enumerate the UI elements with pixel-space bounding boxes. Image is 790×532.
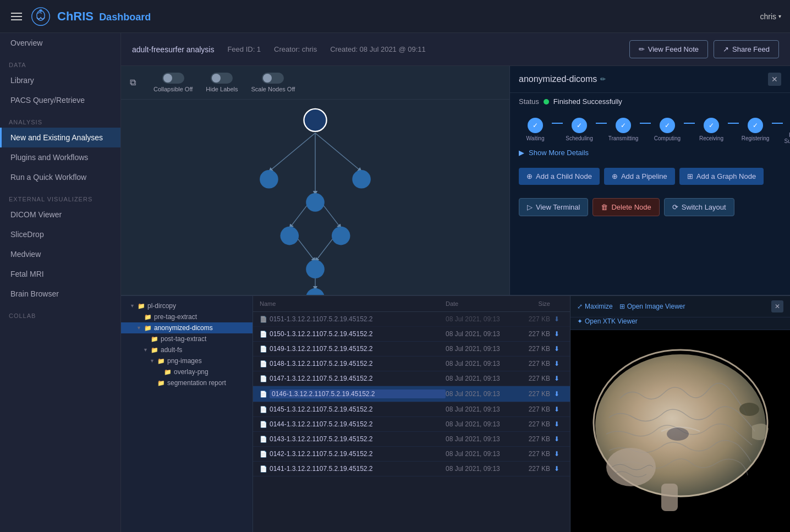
hide-labels-toggle[interactable] [211, 73, 233, 84]
pipeline-step-waiting: ✓ Waiting [519, 118, 552, 141]
view-feed-note-button[interactable]: ✏ View Feed Note [629, 40, 708, 58]
graph-panel: ⧉ Collapsible Off Hide Labels Scale Node… [121, 66, 509, 295]
copy-icon[interactable]: ⧉ [130, 78, 136, 87]
sidebar-item-pacs[interactable]: PACS Query/Retrieve [0, 90, 120, 110]
file-icon: 📄 [260, 345, 267, 353]
step-line [552, 123, 563, 124]
action-buttons-row1: ⊕ Add a Child Node ⊕ Add a Pipeline ⊞ Ad… [510, 161, 790, 191]
scale-nodes-label: Scale Nodes Off [251, 86, 295, 92]
app-name: ChRIS Dashboard [57, 9, 151, 24]
status-label: Status [519, 97, 539, 106]
terminal-icon: ▷ [527, 203, 533, 211]
folder-icon-selected: 📁 [144, 325, 152, 332]
expand-icon: ▼ [143, 347, 149, 353]
sidebar-item-medview[interactable]: Medview [0, 244, 120, 264]
open-xtk-viewer-button[interactable]: ✦ Open XTK Viewer [577, 317, 638, 325]
tree-item-pngimages[interactable]: ▼ 📁 png-images [121, 355, 253, 366]
tree-item-segmentation[interactable]: 📁 segmentation report [121, 377, 253, 388]
status-text: Finished Successfully [553, 97, 622, 106]
tree-item-pretagextract[interactable]: 📁 pre-tag-extract [121, 311, 253, 322]
file-icon: 📄 [260, 465, 267, 473]
sidebar-item-slicedrop[interactable]: SliceDrop [0, 224, 120, 244]
sidebar-item-analyses[interactable]: New and Existing Analyses [0, 128, 120, 147]
tree-item-pldircopy[interactable]: ▼ 📁 pl-dircopy [121, 300, 253, 311]
file-row[interactable]: 📄 0144-1.3.12.2.1107.5.2.19.45152.2 08 J… [253, 417, 570, 432]
file-row[interactable]: 📄 0142-1.3.12.2.1107.5.2.19.45152.2 08 J… [253, 447, 570, 462]
app-logo [31, 7, 51, 26]
sidebar-item-overview[interactable]: Overview [0, 33, 120, 53]
folder-icon: 📁 [151, 336, 158, 343]
download-icon[interactable]: ⬇ [550, 315, 563, 323]
maximize-button[interactable]: ⤢ Maximize [577, 303, 613, 310]
user-menu[interactable]: chris ▾ [760, 12, 781, 21]
file-row[interactable]: 📄 0149-1.3.12.2.1107.5.2.19.45152.2 08 J… [253, 342, 570, 357]
file-row[interactable]: 📄 0141-1.3.12.2.1107.5.2.19.45152.2 08 J… [253, 462, 570, 476]
download-icon[interactable]: ⬇ [550, 435, 563, 443]
file-row-partial[interactable]: 📄 0151-1.3.12.2.1107.5.2.19.45152.2 08 J… [253, 312, 570, 327]
folder-icon: 📁 [151, 347, 158, 354]
delete-node-button[interactable]: 🗑 Delete Node [592, 198, 659, 216]
viewer-toolbar-xtk: ✦ Open XTK Viewer [570, 317, 790, 330]
expand-icon [136, 314, 142, 320]
add-child-node-button[interactable]: ⊕ Add a Child Node [519, 168, 600, 185]
switch-icon: ⟳ [672, 203, 678, 211]
download-icon[interactable]: ⬇ [550, 420, 563, 428]
collapsible-toggle[interactable] [162, 73, 184, 84]
grid-icon: ⊞ [619, 303, 625, 310]
sidebar-item-library[interactable]: Library [0, 70, 120, 90]
expand-icon: ▼ [136, 325, 142, 331]
hamburger-menu[interactable] [9, 10, 24, 23]
download-icon[interactable]: ⬇ [550, 450, 563, 458]
download-icon[interactable]: ⬇ [550, 330, 563, 338]
file-row-selected[interactable]: 📄 0146-1.3.12.2.1107.5.2.19.45152.2 08 J… [253, 386, 570, 402]
pipeline-step-finished: ✓ Finished Successfully [783, 114, 790, 144]
sidebar-item-brainbrowser[interactable]: Brain Browser [0, 284, 120, 304]
file-row[interactable]: 📄 0150-1.3.12.2.1107.5.2.19.45152.2 08 J… [253, 327, 570, 342]
file-row[interactable]: 📄 0148-1.3.12.2.1107.5.2.19.45152.2 08 J… [253, 357, 570, 371]
svg-point-24 [667, 427, 689, 441]
step-line [772, 123, 783, 124]
download-icon[interactable]: ⬇ [550, 405, 563, 413]
tree-item-overlaypng[interactable]: 📁 overlay-png [121, 366, 253, 377]
node-header: anonymized-dicoms ✏ ✕ [510, 66, 790, 93]
username: chris [760, 12, 776, 21]
tree-item-posttagextract[interactable]: 📁 post-tag-extract [121, 333, 253, 344]
folder-icon: 📁 [138, 303, 145, 310]
sidebar-item-quickworkflow[interactable]: Run a Quick Workflow [0, 167, 120, 187]
file-row[interactable]: 📄 0147-1.3.12.2.1107.5.2.19.45152.2 08 J… [253, 371, 570, 386]
download-icon[interactable]: ⬇ [550, 465, 563, 473]
add-graph-node-button[interactable]: ⊞ Add a Graph Node [679, 168, 764, 185]
add-pipeline-button[interactable]: ⊕ Add a Pipeline [604, 168, 675, 185]
download-icon[interactable]: ⬇ [550, 360, 563, 368]
open-image-viewer-button[interactable]: ⊞ Open Image Viewer [619, 303, 685, 310]
file-viewer-panel: ⤢ Maximize ⊞ Open Image Viewer ✕ ✦ Open … [570, 296, 790, 532]
file-tree-panel: ▼ 📁 pl-dircopy 📁 pre-tag-extract ▼ 📁 ano… [121, 296, 253, 532]
switch-layout-button[interactable]: ⟳ Switch Layout [664, 198, 734, 216]
expand-icon [156, 369, 162, 375]
edit-node-icon[interactable]: ✏ [600, 75, 606, 83]
file-row[interactable]: 📄 0145-1.3.12.2.1107.5.2.19.45152.2 08 J… [253, 402, 570, 417]
feed-name: adult-freesurfer analysis [132, 45, 214, 54]
graph-canvas[interactable] [121, 100, 509, 295]
close-node-panel-button[interactable]: ✕ [768, 73, 781, 86]
svg-point-18 [306, 288, 325, 295]
sidebar-item-plugins[interactable]: Plugins and Workflows [0, 147, 120, 167]
share-icon: ↗ [723, 45, 729, 53]
chevron-down-icon: ▾ [778, 13, 781, 19]
view-terminal-button[interactable]: ▷ View Terminal [519, 198, 588, 216]
tree-item-anonymized-dicoms[interactable]: ▼ 📁 anonymized-dicoms [121, 322, 253, 333]
download-icon[interactable]: ⬇ [550, 390, 563, 398]
download-icon[interactable]: ⬇ [550, 375, 563, 382]
sidebar-item-dicom[interactable]: DICOM Viewer [0, 205, 120, 224]
file-row[interactable]: 📄 0143-1.3.12.2.1107.5.2.19.45152.2 08 J… [253, 432, 570, 447]
show-more-details[interactable]: ▶ Show More Details [510, 144, 790, 161]
scale-nodes-toggle[interactable] [262, 73, 284, 84]
step-line [728, 123, 739, 124]
pipeline-step-transmitting: ✓ Transmitting [607, 118, 640, 141]
file-icon: 📄 [260, 360, 267, 368]
close-viewer-button[interactable]: ✕ [771, 300, 783, 312]
download-icon[interactable]: ⬇ [550, 345, 563, 353]
share-feed-button[interactable]: ↗ Share Feed [714, 40, 779, 58]
sidebar-item-fetalmri[interactable]: Fetal MRI [0, 264, 120, 284]
tree-item-adultfs[interactable]: ▼ 📁 adult-fs [121, 344, 253, 355]
